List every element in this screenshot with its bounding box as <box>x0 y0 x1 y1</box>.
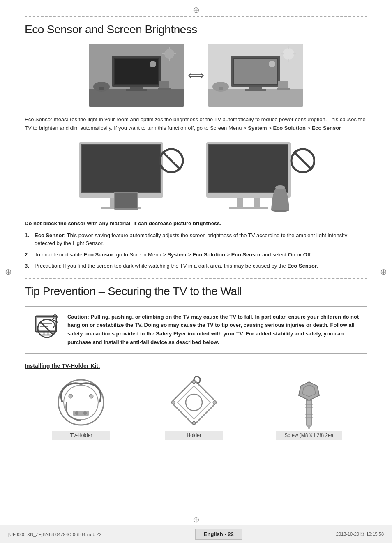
kit-items-row: TV-Holder Holder <box>25 376 367 440</box>
tv-vase-svg <box>204 140 315 212</box>
tv-blocked-svg <box>77 140 188 212</box>
svg-rect-19 <box>208 89 303 107</box>
tv-no-block-images <box>25 140 367 212</box>
crosshair-bottom-icon: ⊕ <box>193 515 200 525</box>
svg-rect-35 <box>219 87 223 90</box>
svg-point-83 <box>213 401 216 404</box>
svg-rect-38 <box>82 145 160 192</box>
brightness-arrow-icon: ⟺ <box>188 69 204 82</box>
crosshair-top-icon: ⊕ <box>193 5 200 15</box>
svg-rect-15 <box>158 88 171 90</box>
list-item-2: 2. To enable or disable Eco Sensor, go t… <box>25 251 367 259</box>
svg-rect-88 <box>306 400 312 425</box>
caution-tv-fall-icon <box>34 313 60 346</box>
svg-point-24 <box>269 61 275 67</box>
kit-item-screw: Screw (M8 X L28) 2ea <box>276 376 341 440</box>
tv-holder-svg <box>50 376 112 429</box>
svg-rect-43 <box>115 193 137 208</box>
holder-label: Holder <box>165 431 223 440</box>
eco-sensor-images: ⟺ <box>25 44 367 107</box>
svg-rect-14 <box>159 81 169 89</box>
holder-svg <box>163 376 225 429</box>
svg-rect-33 <box>277 88 290 90</box>
svg-point-82 <box>192 380 196 384</box>
sensor-warning: Do not block the sensor with any materia… <box>25 220 367 226</box>
svg-marker-79 <box>171 380 217 425</box>
caution-text: Caution: Pulling, pushing, or climbing o… <box>67 313 360 347</box>
eco-light-room-svg <box>208 44 303 107</box>
svg-rect-26 <box>245 89 266 91</box>
eco-dark-room-image <box>89 44 184 107</box>
svg-point-84 <box>192 421 196 425</box>
svg-rect-50 <box>254 198 260 207</box>
page: ⊕ ⊕ ⊕ Eco Sensor and Screen Brightness <box>0 0 392 543</box>
svg-rect-25 <box>249 87 262 89</box>
section1-divider <box>25 16 367 17</box>
svg-rect-8 <box>126 89 147 91</box>
svg-rect-32 <box>278 81 288 89</box>
section2-divider <box>25 278 367 279</box>
svg-line-45 <box>162 152 180 170</box>
kit-item-tv-holder: TV-Holder <box>50 376 112 440</box>
svg-point-81 <box>186 394 202 411</box>
kit-item-holder: Holder <box>163 376 225 440</box>
svg-rect-51 <box>229 207 268 209</box>
svg-rect-7 <box>130 87 143 89</box>
list-item-3: 3. Precaution: If you find the screen to… <box>25 262 367 270</box>
footer-right-text: 2013-10-29 囧 10:15:58 <box>336 531 384 537</box>
svg-rect-1 <box>89 89 184 107</box>
svg-rect-48 <box>209 145 288 192</box>
svg-line-55 <box>294 152 312 170</box>
svg-point-78 <box>83 411 87 415</box>
svg-rect-49 <box>237 198 243 207</box>
svg-line-68 <box>53 325 55 328</box>
list-item-1: 1. Eco Sensor: This power-saving feature… <box>25 231 367 247</box>
eco-dark-room-svg <box>89 44 184 107</box>
crosshair-left-icon: ⊕ <box>5 267 12 277</box>
svg-point-53 <box>275 185 285 189</box>
eco-light-room-image <box>208 44 303 107</box>
eco-description: Eco Sensor measures the light in your ro… <box>25 116 367 133</box>
svg-point-85 <box>172 401 175 404</box>
tv-blocked-image-container <box>77 140 188 212</box>
eco-sensor-list: 1. Eco Sensor: This power-saving feature… <box>25 231 367 270</box>
bottom-bar: [UF8000-XN_ZF]BN68-04794C-06L04.indb 22 … <box>0 525 392 543</box>
caution-box: Caution: Pulling, pushing, or climbing o… <box>25 306 367 354</box>
section1-title: Eco Sensor and Screen Brightness <box>25 23 367 36</box>
svg-point-74 <box>69 394 73 398</box>
section2-title: Tip Prevention – Securing the TV to the … <box>25 285 367 298</box>
tv-holder-label: TV-Holder <box>52 431 110 440</box>
svg-point-6 <box>150 61 156 67</box>
svg-point-75 <box>89 394 93 398</box>
svg-rect-17 <box>99 87 104 90</box>
footer-left-text: [UF8000-XN_ZF]BN68-04794C-06L04.indb 22 <box>8 532 101 537</box>
svg-point-77 <box>75 411 78 415</box>
page-number-box: English - 22 <box>195 529 242 540</box>
page-number-label: English - 22 <box>204 531 234 537</box>
install-heading: Installing the TV-Holder Kit: <box>25 363 367 369</box>
svg-point-27 <box>283 48 294 60</box>
svg-marker-95 <box>306 425 312 429</box>
svg-point-9 <box>164 49 174 59</box>
crosshair-right-icon: ⊕ <box>380 267 387 277</box>
screw-svg <box>278 376 340 429</box>
tv-vase-image-container <box>204 140 315 212</box>
screw-label: Screw (M8 X L28) 2ea <box>276 431 341 440</box>
caution-icon-container <box>32 313 61 346</box>
